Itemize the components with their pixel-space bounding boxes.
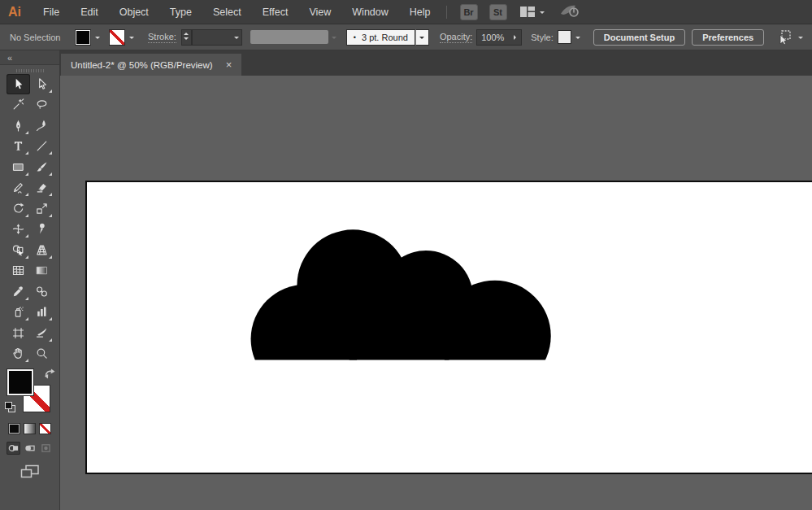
swap-fill-stroke-icon[interactable] — [44, 368, 55, 379]
symbol-sprayer-tool[interactable] — [7, 303, 30, 323]
stroke-panel-link[interactable]: Stroke: — [148, 32, 176, 43]
blend-tool[interactable] — [30, 281, 54, 302]
curvature-tool[interactable] — [30, 116, 54, 136]
rotate-tool[interactable] — [7, 198, 30, 219]
shaper-tool[interactable] — [7, 178, 30, 198]
draw-behind-button[interactable] — [23, 442, 37, 455]
gpu-performance-button[interactable] — [559, 3, 580, 21]
brush-definition-select[interactable]: • 3 pt. Round — [346, 29, 415, 46]
pen-tool[interactable] — [7, 116, 30, 136]
stroke-color-chevron[interactable] — [125, 29, 138, 46]
tab-bar: Untitled-2* @ 50% (RGB/Preview) × — [60, 50, 812, 76]
artboard[interactable] — [85, 181, 812, 474]
artboard-tool-tool[interactable] — [7, 323, 30, 343]
scale-tool[interactable] — [30, 198, 54, 219]
color-button[interactable] — [8, 423, 20, 434]
stroke-weight-stepper[interactable] — [181, 29, 192, 46]
bridge-button[interactable]: Br — [460, 4, 478, 20]
brush-definition-chevron[interactable] — [415, 29, 429, 46]
step-down-icon — [184, 37, 189, 42]
column-graph-tool[interactable] — [30, 303, 54, 323]
chevron-down-icon — [419, 37, 424, 41]
menu-bar: Ai FileEditObjectTypeSelectEffectViewWin… — [0, 0, 812, 24]
menu-item-edit[interactable]: Edit — [70, 0, 109, 24]
direct-selection-tool[interactable] — [30, 74, 54, 94]
control-bar: No Selection Stroke: • 3 pt. Round Opaci… — [0, 24, 812, 50]
none-button[interactable] — [39, 423, 51, 434]
menu-items: FileEditObjectTypeSelectEffectViewWindow… — [33, 0, 441, 24]
selection-tool[interactable] — [7, 74, 30, 94]
brush-definition-value: 3 pt. Round — [362, 33, 408, 42]
menu-item-window[interactable]: Window — [341, 0, 398, 24]
stroke-weight-select[interactable] — [192, 29, 242, 46]
tools-grid — [0, 74, 59, 364]
shape-builder-tool[interactable] — [7, 240, 30, 260]
menu-item-effect[interactable]: Effect — [252, 0, 299, 24]
chevron-down-icon — [332, 37, 337, 41]
stroke-color-swatch[interactable] — [109, 29, 125, 46]
menu-item-object[interactable]: Object — [109, 0, 159, 24]
draw-normal-button[interactable] — [7, 442, 20, 455]
gradient-tool[interactable] — [30, 261, 54, 281]
stock-button[interactable]: St — [489, 4, 507, 20]
line-tool[interactable] — [30, 137, 54, 157]
eraser-tool[interactable] — [30, 178, 54, 198]
panel-grip[interactable] — [16, 69, 44, 72]
document-tab[interactable]: Untitled-2* @ 50% (RGB/Preview) × — [61, 54, 241, 76]
hand-tool[interactable] — [7, 344, 30, 364]
fill-color-swatch[interactable] — [75, 29, 91, 46]
draw-inside-button[interactable] — [39, 442, 53, 455]
zoom-tool[interactable] — [30, 344, 54, 364]
opacity-value: 100% — [481, 33, 504, 42]
workspace-switcher[interactable] — [520, 7, 545, 17]
menu-item-help[interactable]: Help — [399, 0, 441, 24]
eyedropper-tool[interactable] — [7, 281, 30, 302]
chevron-down-icon — [234, 37, 239, 41]
menu-divider — [446, 6, 447, 19]
close-tab-icon[interactable]: × — [226, 59, 232, 70]
draw-inside-icon — [41, 443, 51, 453]
menu-item-select[interactable]: Select — [202, 0, 252, 24]
menu-item-file[interactable]: File — [33, 0, 70, 24]
draw-normal-icon — [8, 443, 19, 453]
opacity-link[interactable]: Opacity: — [440, 32, 472, 43]
document-setup-button[interactable]: Document Setup — [593, 29, 685, 46]
puppet-warp-tool[interactable] — [30, 220, 54, 240]
chevron-right-icon — [514, 35, 519, 40]
preferences-button[interactable]: Preferences — [692, 29, 764, 46]
chevron-down-icon — [798, 37, 803, 41]
width-profile-select[interactable] — [250, 30, 328, 44]
panel-header: « — [0, 50, 59, 65]
slice-tool[interactable] — [30, 323, 54, 343]
style-chevron[interactable] — [571, 29, 584, 46]
collapse-panel-button[interactable]: « — [7, 53, 12, 63]
menu-item-view[interactable]: View — [298, 0, 341, 24]
magic-wand-tool[interactable] — [7, 95, 30, 116]
pasteboard[interactable] — [60, 76, 812, 510]
select-similar-button[interactable] — [775, 29, 803, 46]
fill-proxy-swatch[interactable] — [7, 368, 34, 396]
chevron-down-icon — [575, 37, 580, 41]
opacity-input[interactable]: 100% — [476, 29, 522, 46]
width-tool[interactable] — [7, 220, 30, 240]
rectangle-tool[interactable] — [7, 157, 30, 177]
style-swatch[interactable] — [558, 30, 571, 44]
document-tab-title: Untitled-2* @ 50% (RGB/Preview) — [71, 60, 213, 70]
app-logo: Ai — [0, 5, 33, 20]
gradient-button[interactable] — [24, 423, 36, 434]
menu-item-type[interactable]: Type — [159, 0, 202, 24]
draw-behind-icon — [24, 443, 35, 453]
fill-stroke-block — [5, 368, 55, 417]
cloud-shape[interactable] — [87, 182, 812, 473]
mesh-tool[interactable] — [7, 261, 30, 281]
default-fill-stroke-icon[interactable] — [5, 402, 15, 412]
screen-mode-button[interactable] — [20, 464, 40, 479]
none-slash-icon — [40, 424, 50, 434]
type-tool[interactable] — [7, 137, 30, 157]
lasso-tool[interactable] — [30, 95, 54, 116]
chevron-down-icon — [95, 37, 100, 41]
perspective-grid-tool[interactable] — [30, 240, 54, 260]
workspace-icon — [520, 7, 535, 17]
fill-color-chevron[interactable] — [91, 29, 104, 46]
paintbrush-tool[interactable] — [30, 157, 54, 177]
